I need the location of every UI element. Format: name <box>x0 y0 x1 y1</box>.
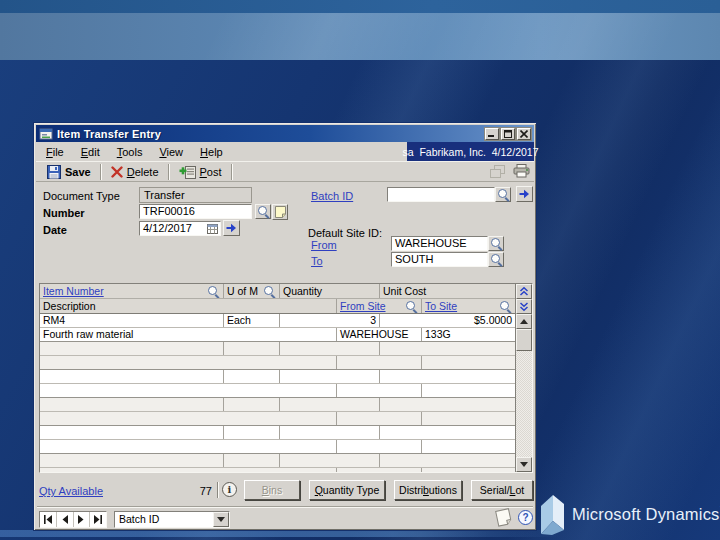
to-site-field[interactable]: SOUTH <box>391 252 488 267</box>
scrollbar-thumb[interactable] <box>516 329 532 351</box>
cell-unit-cost[interactable]: $5.0000 <box>380 314 515 327</box>
from-site-lookup-button[interactable] <box>488 236 504 251</box>
batch-id-link[interactable]: Batch ID <box>311 190 353 202</box>
close-button[interactable] <box>517 128 531 140</box>
menu-tools[interactable]: Tools <box>117 146 143 158</box>
help-button[interactable]: ? <box>518 510 533 525</box>
previous-record-button[interactable] <box>57 512 74 527</box>
quantity-header: Quantity <box>280 284 380 298</box>
background-light-band <box>0 13 720 60</box>
sort-by-combo[interactable]: Batch ID <box>114 511 230 528</box>
microsoft-dynamics-logo: Microsoft Dynamics™ <box>540 492 718 536</box>
bottom-divider <box>37 506 533 508</box>
delete-button[interactable]: Delete <box>107 166 163 178</box>
triangle-down-icon <box>520 462 528 467</box>
cell-uofm[interactable]: Each <box>224 314 280 327</box>
distributions-button[interactable]: Distributions <box>394 480 462 500</box>
layout-cascade-icon[interactable] <box>490 165 505 178</box>
note-icon <box>275 206 286 218</box>
toolbar-separator <box>231 164 233 180</box>
combo-dropdown-button[interactable] <box>213 512 229 527</box>
expand-rows-button[interactable] <box>516 284 532 299</box>
last-record-button[interactable] <box>90 512 106 527</box>
cell-item-number[interactable]: RM4 <box>40 314 224 327</box>
toolbar: Save Delete Post <box>36 161 534 182</box>
toolbar-separator <box>100 164 102 180</box>
document-type-label: Document Type <box>43 190 120 202</box>
quantity-type-button[interactable]: Quantity Type <box>309 480 385 500</box>
maximize-button[interactable] <box>501 128 515 140</box>
triangle-up-icon <box>520 319 528 324</box>
window-title: Item Transfer Entry <box>57 128 483 140</box>
to-site-lookup-icon[interactable] <box>499 300 512 313</box>
menu-help[interactable]: Help <box>200 146 223 158</box>
post-button[interactable]: Post <box>175 165 226 179</box>
item-number-header-link[interactable]: Item Number <box>43 284 104 298</box>
number-field[interactable]: TRF00016 <box>139 204 252 219</box>
date-expand-button[interactable] <box>223 220 240 236</box>
combo-value: Batch ID <box>115 512 213 527</box>
window-note-button[interactable] <box>493 507 514 528</box>
date-value: 4/12/2017 <box>143 222 192 234</box>
title-bar: Item Transfer Entry <box>36 125 534 142</box>
from-site-header-link[interactable]: From Site <box>340 299 386 313</box>
lookup-magnifier-icon <box>257 205 270 218</box>
menu-view[interactable]: View <box>159 146 183 158</box>
number-lookup-button[interactable] <box>255 204 271 219</box>
description-header: Description <box>40 299 337 313</box>
from-site-link[interactable]: From <box>311 239 337 251</box>
background-top-strip <box>0 0 720 13</box>
grid-header-row-2: Description From Site To Site <box>40 299 515 314</box>
delete-x-icon <box>111 166 123 178</box>
delete-label: Delete <box>127 166 159 178</box>
cell-to-site[interactable]: 133G <box>422 328 515 341</box>
scroll-down-button[interactable] <box>516 457 532 472</box>
from-site-field[interactable]: WAREHOUSE <box>391 236 488 251</box>
batch-id-lookup-button[interactable] <box>495 187 511 202</box>
collapse-rows-button[interactable] <box>516 299 532 314</box>
to-site-link[interactable]: To <box>311 255 323 267</box>
from-site-lookup-icon[interactable] <box>405 300 418 313</box>
grid-empty-row[interactable] <box>40 370 515 398</box>
post-label: Post <box>200 166 222 178</box>
document-type-field[interactable]: Transfer <box>139 187 252 203</box>
batch-id-field[interactable] <box>387 187 495 202</box>
note-attach-button[interactable] <box>272 204 288 220</box>
item-number-lookup-icon[interactable] <box>207 285 220 298</box>
footer-divider <box>217 482 218 498</box>
serial-lot-button[interactable]: Serial/Lot <box>471 480 533 500</box>
item-transfer-entry-window: Item Transfer Entry File Edit Tools View… <box>33 122 537 531</box>
lookup-magnifier-icon <box>490 253 503 266</box>
grid-empty-row[interactable] <box>40 426 515 454</box>
scroll-up-button[interactable] <box>516 314 532 329</box>
grid-empty-row[interactable] <box>40 454 515 473</box>
grid-header-row-1: Item Number U of M Quantity Unit Cost <box>40 284 515 299</box>
next-record-button[interactable] <box>74 512 91 527</box>
grid-empty-row[interactable] <box>40 398 515 426</box>
grid-empty-row[interactable] <box>40 342 515 370</box>
calendar-icon[interactable] <box>207 224 218 234</box>
chevron-down-icon <box>519 301 529 312</box>
qty-available-value: 77 <box>154 485 212 497</box>
menu-file[interactable]: File <box>46 146 64 158</box>
save-button[interactable]: Save <box>43 165 95 179</box>
bins-button[interactable]: Bins <box>244 480 300 500</box>
cell-from-site[interactable]: WAREHOUSE <box>337 328 422 341</box>
date-field[interactable]: 4/12/2017 <box>139 221 221 236</box>
to-site-header-link[interactable]: To Site <box>425 299 457 313</box>
grid-row-1-detail: Fourth raw material WAREHOUSE 133G <box>40 328 515 342</box>
first-record-button[interactable] <box>40 512 57 527</box>
unit-cost-header: Unit Cost <box>380 284 515 298</box>
to-site-lookup-button[interactable] <box>488 252 504 267</box>
batch-id-expand-button[interactable] <box>516 186 533 202</box>
menu-edit[interactable]: Edit <box>81 146 100 158</box>
info-button[interactable]: i <box>222 482 237 497</box>
uofm-lookup-icon[interactable] <box>263 285 276 298</box>
cell-description[interactable]: Fourth raw material <box>40 328 337 341</box>
print-icon[interactable] <box>513 164 530 178</box>
minimize-button[interactable] <box>485 128 499 140</box>
save-label: Save <box>65 166 91 178</box>
dynamics-logo-text: Microsoft Dynamics™ <box>572 505 720 524</box>
cell-quantity[interactable]: 3 <box>280 314 380 327</box>
qty-available-link[interactable]: Qty Available <box>39 485 103 497</box>
